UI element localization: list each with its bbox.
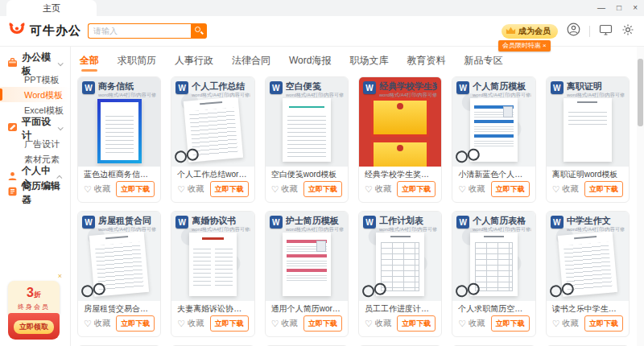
template-card[interactable]: W 工作计划表 word格式/A4打印/内容可修改 员工工作进度计划表word模… [358, 211, 442, 337]
resume-editor-icon [7, 187, 18, 199]
download-button[interactable]: 立即下载 [491, 315, 530, 332]
favorite-button[interactable]: ♡收藏 [177, 318, 204, 329]
download-button[interactable]: 立即下载 [584, 315, 623, 332]
category-tab-0[interactable]: 全部 [80, 54, 99, 68]
preview-decor [283, 233, 330, 296]
template-card[interactable]: W 个人工作总结 word格式/A4打印/内容可修改 个人工作总结word模板 … [171, 76, 254, 203]
devices-button[interactable] [599, 23, 613, 39]
minimize-button[interactable]: — [597, 4, 605, 12]
favorite-button[interactable]: ♡收藏 [458, 183, 485, 195]
word-file-icon: W [456, 216, 469, 229]
account-button[interactable] [567, 23, 580, 39]
promo-card[interactable]: × 3折 终身会员 立即领取 [8, 281, 60, 340]
favorite-label: 收藏 [282, 318, 298, 329]
download-button[interactable]: 立即下载 [397, 315, 436, 332]
sidebar-item-label: 素材元素 [24, 154, 60, 164]
close-button[interactable]: × [633, 4, 638, 12]
template-card[interactable]: W 护士简历模板 word格式/A4打印/内容可修改 通用个人简历word模板 … [265, 211, 349, 337]
favorite-button[interactable]: ♡收藏 [552, 318, 579, 329]
category-tab-7[interactable]: 新品专区 [464, 54, 502, 68]
download-button[interactable]: 立即下载 [584, 181, 623, 197]
promo-close-icon[interactable]: × [58, 272, 62, 280]
chevron-down-icon [58, 60, 64, 66]
download-button[interactable]: 立即下载 [397, 181, 436, 197]
category-tab-4[interactable]: Word海报 [289, 54, 331, 68]
favorite-button[interactable]: ♡收藏 [458, 318, 485, 329]
template-card[interactable]: W 个人简历表格 word格式/A4打印/内容可修改 个人求职简历空白表格wor… [452, 211, 535, 337]
card-subtitle: word格式/A4打印/内容可修改 [98, 226, 148, 233]
tab-home[interactable]: 主页 [6, 0, 97, 16]
promo-claim-button[interactable]: 立即领取 [14, 320, 54, 334]
download-button[interactable]: 立即下载 [303, 181, 342, 197]
card-subtitle: word格式/A4打印/内容可修改 [567, 226, 617, 233]
sidebar-item-excel[interactable]: Excel模板 [0, 102, 70, 117]
sidebar-section-graphic-design[interactable]: 平面设计 [0, 121, 70, 136]
template-card[interactable]: W 经典学校学生奖状 word格式/A4打印/内容可修改 经典学校学生奖状wor… [358, 76, 442, 203]
heart-icon: ♡ [177, 185, 185, 194]
favorite-button[interactable]: ♡收藏 [271, 318, 298, 329]
favorite-button[interactable]: ♡收藏 [84, 318, 110, 329]
sidebar-section-resume-editor[interactable]: 简历编辑器 [0, 185, 70, 200]
bull-logo-icon [8, 22, 26, 41]
category-tab-2[interactable]: 人事行政 [175, 54, 213, 68]
favorite-button[interactable]: ♡收藏 [365, 318, 391, 329]
template-card[interactable]: W 离婚协议书 word格式/A4打印/内容可修改 夫妻离婚诉讼协议书word模… [171, 211, 254, 337]
template-card[interactable]: W 房屋租赁合同 word格式/A4打印/内容可修改 房屋租赁交易合同word模… [77, 211, 161, 337]
heart-icon: ♡ [458, 185, 466, 194]
card-caption: 房屋租赁交易合同word模板 [78, 301, 160, 314]
template-card[interactable]: W 空白便笺 word格式/A4打印/内容可修改 空白便笺word模板 ♡收藏 … [265, 76, 349, 203]
sidebar-item-label: Excel模板 [24, 105, 64, 115]
app-logo[interactable]: 可牛办公 [8, 22, 81, 41]
card-subtitle: word格式/A4打印/内容可修改 [98, 92, 148, 99]
maximize-button[interactable]: □ [617, 4, 621, 12]
scrollbar[interactable] [637, 47, 644, 346]
sidebar-item-ad-design[interactable]: 广告设计 [0, 136, 70, 151]
favorite-button[interactable]: ♡收藏 [552, 183, 579, 195]
category-tab-1[interactable]: 求职简历 [118, 54, 156, 68]
favorite-button[interactable]: ♡收藏 [84, 183, 110, 195]
search-button[interactable] [191, 23, 207, 39]
member-promo-ribbon[interactable]: 会员限时特惠× [498, 40, 551, 51]
download-button[interactable]: 立即下载 [210, 181, 249, 197]
download-button[interactable]: 立即下载 [116, 315, 155, 332]
card-caption: 夫妻离婚诉讼协议书word模板 [171, 301, 254, 314]
download-button[interactable]: 立即下载 [491, 181, 530, 197]
download-button[interactable]: 立即下载 [303, 315, 342, 332]
category-tab-5[interactable]: 职场文库 [349, 54, 388, 68]
member-promo-label: 会员限时特惠 [502, 42, 541, 49]
favorite-label: 收藏 [469, 183, 485, 195]
word-file-icon: W [551, 81, 564, 94]
user-icon [7, 171, 18, 183]
template-card[interactable]: W 中学生作文 word格式/A4打印/内容可修改 读书之乐中学生作文word模… [546, 211, 630, 337]
sidebar-item-assets[interactable]: 素材元素 [0, 151, 70, 167]
download-button[interactable]: 立即下载 [210, 315, 249, 332]
category-tab-3[interactable]: 法律合同 [232, 54, 270, 68]
sidebar-item-word[interactable]: Word模板 [0, 87, 70, 102]
card-caption: 离职证明word模板 [547, 167, 629, 179]
favorite-label: 收藏 [188, 318, 204, 329]
favorite-label: 收藏 [375, 318, 391, 329]
become-member-button[interactable]: 成为会员 [502, 24, 558, 39]
template-card[interactable]: W 个人简历模板 word格式/A4打印/内容可修改 小清新蓝色个人简历系列—w… [452, 76, 535, 203]
word-file-icon: W [175, 81, 188, 94]
settings-button[interactable] [621, 23, 634, 39]
search-input[interactable] [88, 23, 191, 39]
app-body: 办公模板 PPT模板 Word模板 Excel模板 平面设计 广告设计 素材元素 [0, 47, 644, 346]
favorite-button[interactable]: ♡收藏 [177, 183, 204, 195]
promo-discount: 3 [27, 286, 34, 299]
favorite-label: 收藏 [94, 183, 110, 195]
card-title: 中学生作文 [567, 216, 625, 226]
sidebar-item-ppt[interactable]: PPT模板 [0, 72, 70, 87]
design-icon [7, 122, 18, 134]
sidebar-section-office-templates[interactable]: 办公模板 [0, 56, 70, 72]
download-button[interactable]: 立即下载 [116, 181, 155, 197]
ribbon-close-icon[interactable]: × [543, 42, 547, 49]
category-tab-6[interactable]: 教育资料 [407, 54, 445, 68]
glasses-decor [453, 147, 482, 165]
word-file-icon: W [270, 216, 283, 229]
favorite-button[interactable]: ♡收藏 [271, 183, 298, 195]
template-card[interactable]: W 商务信纸 word格式/A4打印/内容可修改 蓝色边框商务信纸word模板 … [77, 76, 161, 203]
scrollbar-thumb[interactable] [638, 59, 643, 126]
favorite-button[interactable]: ♡收藏 [365, 183, 391, 195]
template-card[interactable]: W 离职证明 word格式/A4打印/内容可修改 离职证明word模板 ♡收藏 … [546, 76, 630, 203]
